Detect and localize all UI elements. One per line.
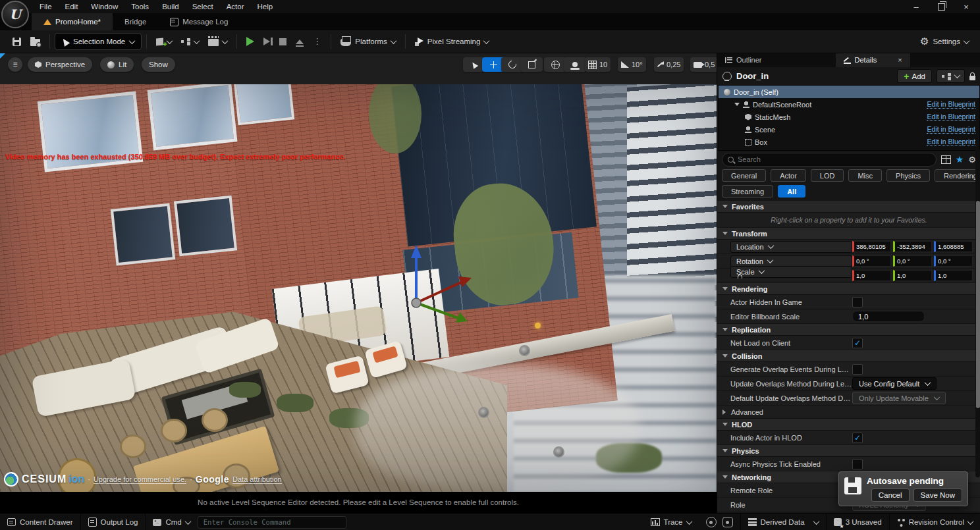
cmd-dropdown[interactable]: Cmd — [146, 514, 197, 530]
skip-frame-button[interactable] — [259, 33, 275, 50]
add-component-button[interactable]: +Add — [897, 69, 932, 83]
show-dropdown[interactable]: Show — [142, 57, 175, 72]
derived-data-dropdown[interactable]: Derived Data — [740, 514, 827, 530]
light-actor-icon[interactable] — [519, 345, 530, 356]
favorites-star-icon[interactable]: ★ — [956, 155, 964, 163]
browse-content-button[interactable] — [26, 33, 45, 50]
output-log-button[interactable]: Output Log — [81, 514, 146, 530]
edit-in-blueprint-link[interactable]: Edit in Blueprint — [927, 125, 975, 134]
component-row[interactable]: Door_in (Self) — [719, 86, 979, 98]
search-input[interactable]: Search — [722, 153, 937, 167]
filter-actor[interactable]: Actor — [771, 169, 806, 182]
viewport-options-button[interactable]: ≡ — [8, 57, 22, 72]
blueprint-actions-dropdown[interactable] — [937, 69, 965, 83]
view-mode-dropdown[interactable]: Lit — [100, 57, 134, 72]
close-button[interactable]: × — [956, 1, 976, 13]
filter-all[interactable]: All — [778, 185, 805, 198]
rotation-snap-button[interactable]: 10° — [618, 57, 646, 72]
axis-field[interactable]: 1,0 — [934, 270, 973, 281]
unreal-logo-icon[interactable]: U — [1, 1, 29, 28]
selection-mode-dropdown[interactable]: Selection Mode — [55, 33, 142, 50]
minimize-button[interactable]: – — [906, 1, 926, 13]
axis-field[interactable]: 0,0 ° — [852, 255, 891, 267]
menu-item-help[interactable]: Help — [251, 0, 280, 13]
display-options-icon[interactable] — [941, 155, 951, 164]
translate-gizmo[interactable] — [394, 241, 479, 327]
data-attribution-link[interactable]: Data attribution — [232, 475, 282, 484]
value-input[interactable]: 1,0 — [852, 311, 925, 322]
content-drawer-button[interactable]: Content Drawer — [0, 514, 81, 530]
filter-rendering[interactable]: Rendering — [935, 169, 980, 182]
menu-item-build[interactable]: Build — [155, 0, 186, 13]
checkbox[interactable] — [852, 297, 863, 307]
play-button[interactable] — [242, 33, 259, 50]
scale-snap-button[interactable]: 0,25 — [654, 57, 684, 72]
axis-field[interactable]: 1,0 — [852, 270, 891, 281]
axis-field[interactable]: 0,0 ° — [934, 255, 973, 267]
expander-icon[interactable] — [722, 354, 728, 358]
expander-icon[interactable] — [722, 475, 728, 479]
settings-dropdown[interactable]: ⚙Settings — [915, 33, 973, 50]
edit-in-blueprint-link[interactable]: Edit in Blueprint — [927, 113, 975, 121]
transform-scale-dropdown[interactable]: Scale — [730, 266, 852, 278]
section-header-advanced[interactable]: Advanced — [717, 406, 980, 419]
menu-item-select[interactable]: Select — [186, 0, 220, 13]
cinematics-dropdown[interactable] — [204, 33, 232, 50]
level-viewport[interactable]: ≡ Perspective Lit Show 10 10° 0,25 0,5 — [0, 53, 717, 513]
grid-snap-button[interactable]: 10 — [585, 57, 611, 72]
light-actor-icon[interactable] — [553, 446, 564, 458]
edit-in-blueprint-link[interactable]: Edit in Blueprint — [927, 100, 975, 109]
autosave-save-now-button[interactable]: Save Now — [913, 489, 962, 502]
eject-button[interactable] — [291, 33, 308, 50]
play-options-button[interactable]: ⋮ — [308, 33, 326, 50]
light-actor-icon[interactable] — [478, 407, 489, 418]
axis-field[interactable]: 1,608885 — [934, 241, 973, 252]
component-row[interactable]: SceneEdit in Blueprint — [719, 123, 979, 136]
scrollbar[interactable] — [975, 148, 980, 477]
expander-icon[interactable] — [722, 328, 728, 331]
filter-misc[interactable]: Misc — [848, 169, 882, 182]
component-row[interactable]: StaticMeshEdit in Blueprint — [719, 111, 979, 123]
maximize-button[interactable] — [931, 1, 951, 13]
component-row[interactable]: BoxEdit in Blueprint — [719, 136, 979, 148]
menu-item-file[interactable]: File — [33, 0, 59, 13]
section-header-physics[interactable]: Physics — [717, 445, 980, 457]
expander-icon[interactable] — [734, 103, 740, 106]
section-header-collision[interactable]: Collision — [717, 350, 980, 362]
sun-sprite-icon[interactable] — [535, 323, 541, 329]
axis-field[interactable]: 0,0 ° — [893, 255, 932, 267]
expander-icon[interactable] — [722, 410, 726, 415]
section-header-hlod[interactable]: HLOD — [717, 419, 980, 431]
revision-control-dropdown[interactable]: Revision Control — [890, 514, 980, 530]
component-row[interactable]: DefaultSceneRootEdit in Blueprint — [719, 98, 979, 111]
checkbox[interactable] — [852, 459, 863, 469]
console-command-input[interactable]: Enter Console Command — [198, 516, 346, 529]
filter-streaming[interactable]: Streaming — [722, 185, 773, 198]
checkbox[interactable] — [852, 364, 863, 375]
lock-icon[interactable] — [969, 76, 975, 80]
filter-lod[interactable]: LOD — [811, 169, 844, 182]
session-icon[interactable] — [706, 517, 717, 527]
perspective-dropdown[interactable]: Perspective — [28, 57, 92, 72]
filter-general[interactable]: General — [722, 169, 766, 182]
menu-item-actor[interactable]: Actor — [220, 0, 251, 13]
unsaved-button[interactable]: 3 Unsaved — [827, 514, 890, 530]
section-header-transform[interactable]: Transform — [717, 228, 980, 240]
filter-physics[interactable]: Physics — [886, 169, 930, 182]
trace-dropdown[interactable]: Trace — [643, 514, 699, 530]
transform-location-dropdown[interactable]: Location — [730, 241, 852, 253]
section-header-replication[interactable]: Replication — [717, 324, 980, 336]
upgrade-link[interactable]: Upgrade for commercial use. — [94, 475, 186, 484]
value-dropdown[interactable]: Use Config Default — [852, 377, 937, 390]
tab-details[interactable]: Details× — [836, 53, 910, 67]
autosave-cancel-button[interactable]: Cancel — [871, 489, 910, 502]
checkbox[interactable]: ✓ — [852, 338, 863, 348]
scale-tool-button[interactable] — [520, 57, 543, 72]
expander-icon[interactable] — [722, 205, 728, 208]
scrollbar-thumb[interactable] — [976, 201, 980, 408]
stop-button[interactable] — [275, 33, 291, 50]
menu-item-edit[interactable]: Edit — [59, 0, 85, 13]
save-button[interactable] — [8, 33, 26, 50]
asset-tab-bridge[interactable]: Bridge — [113, 13, 158, 30]
expander-icon[interactable] — [722, 232, 728, 235]
